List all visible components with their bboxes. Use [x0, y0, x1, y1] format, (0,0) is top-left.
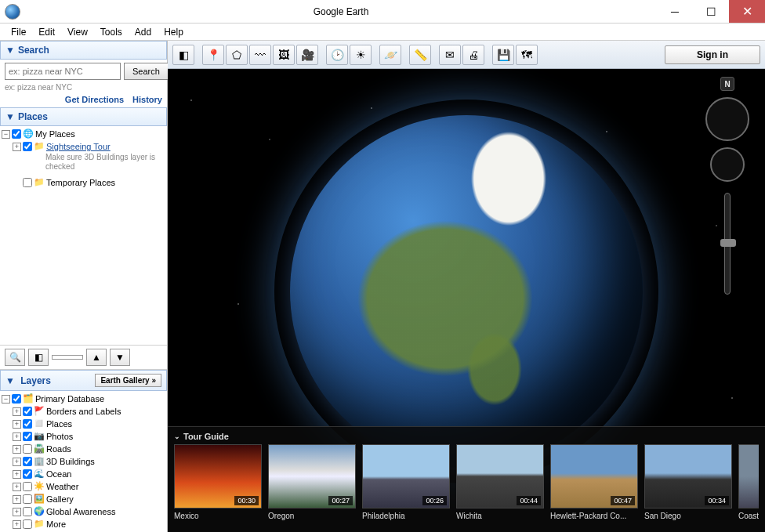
zoom-slider[interactable]: [724, 193, 731, 295]
tour-thumbnail: 00:44: [456, 444, 544, 508]
layers-header-label: Layers: [20, 375, 51, 386]
expander[interactable]: +: [13, 143, 21, 151]
expander[interactable]: +: [13, 520, 21, 529]
search-button[interactable]: Search: [124, 63, 169, 80]
minimize-button[interactable]: ─: [657, 0, 693, 23]
tour-item[interactable]: Coastal Pl: [738, 444, 759, 520]
ruler-button[interactable]: 📏: [409, 45, 431, 65]
expander[interactable]: +: [13, 458, 21, 466]
tour-item[interactable]: 00:30Mexico: [174, 444, 262, 520]
placemark-button[interactable]: 📍: [202, 45, 224, 65]
sunlight-button[interactable]: ☀: [350, 45, 372, 65]
layers-panel-header[interactable]: ▼ Layers Earth Gallery »: [0, 370, 167, 391]
tour-item[interactable]: 00:26Philadelphia: [362, 444, 450, 520]
layer-label[interactable]: More: [46, 519, 66, 529]
tour-guide-panel: ⌄ Tour Guide 00:30Mexico00:27Oregon00:26…: [168, 426, 765, 532]
menu-add[interactable]: Add: [129, 25, 158, 39]
compass-north[interactable]: N: [720, 77, 734, 91]
polygon-button[interactable]: ⬠: [226, 45, 248, 65]
view-maps-button[interactable]: 🗺: [516, 45, 538, 65]
checkbox-layer[interactable]: [23, 444, 32, 454]
search-input[interactable]: [5, 63, 121, 80]
expander[interactable]: +: [13, 470, 21, 479]
layer-label[interactable]: Gallery: [46, 494, 74, 504]
checkbox-layer[interactable]: [23, 469, 32, 479]
earth-globe[interactable]: [290, 115, 643, 468]
checkbox-primary-db[interactable]: [12, 394, 21, 404]
maximize-button[interactable]: ☐: [693, 0, 729, 23]
expander[interactable]: +: [13, 432, 21, 441]
layer-label[interactable]: Roads: [46, 444, 71, 454]
expander[interactable]: −: [2, 130, 10, 139]
expander[interactable]: +: [13, 445, 21, 454]
checkbox-layer[interactable]: [23, 407, 32, 416]
record-tour-button[interactable]: 🎥: [296, 45, 318, 65]
layer-label[interactable]: Photos: [46, 432, 73, 441]
tour-item[interactable]: 00:47Hewlett-Packard Co...: [550, 444, 638, 520]
close-button[interactable]: ✕: [729, 0, 765, 23]
layer-icon: ☀️: [34, 481, 45, 492]
expander[interactable]: −: [2, 395, 10, 404]
layer-label[interactable]: Global Awareness: [46, 507, 115, 516]
checkbox-layer[interactable]: [23, 482, 32, 491]
temporary-label[interactable]: Temporary Places: [46, 178, 115, 187]
checkbox-layer[interactable]: [23, 519, 32, 529]
checkbox-layer[interactable]: [23, 457, 32, 466]
expander[interactable]: +: [13, 420, 21, 429]
checkbox-layer[interactable]: [23, 494, 32, 504]
sightseeing-link[interactable]: Sightseeing Tour: [46, 142, 111, 151]
earth-gallery-button[interactable]: Earth Gallery »: [95, 374, 161, 387]
path-button[interactable]: 〰: [249, 45, 271, 65]
tour-guide-header[interactable]: ⌄ Tour Guide: [174, 430, 759, 444]
menu-help[interactable]: Help: [158, 25, 190, 39]
layer-label[interactable]: 3D Buildings: [46, 457, 95, 466]
search-places-button[interactable]: 🔍: [5, 349, 25, 366]
email-button[interactable]: ✉: [439, 45, 461, 65]
menu-file[interactable]: File: [5, 25, 32, 39]
tour-item[interactable]: 00:27Oregon: [268, 444, 356, 520]
signin-button[interactable]: Sign in: [665, 45, 760, 64]
checkbox-sightseeing[interactable]: [23, 142, 32, 151]
menu-view[interactable]: View: [61, 25, 94, 39]
places-panel-header[interactable]: ▼ Places: [0, 107, 167, 126]
get-directions-link[interactable]: Get Directions: [65, 95, 124, 104]
print-button[interactable]: 🖨: [462, 45, 484, 65]
menu-edit[interactable]: Edit: [32, 25, 61, 39]
checkbox-layer[interactable]: [23, 507, 32, 516]
opacity-slider[interactable]: [52, 355, 83, 360]
tour-item[interactable]: 00:44Wichita: [456, 444, 544, 520]
sidebar-toggle-button[interactable]: ◧: [172, 45, 194, 65]
history-button[interactable]: 🕑: [326, 45, 348, 65]
move-up-button[interactable]: ▲: [86, 349, 107, 366]
move-down-button[interactable]: ▼: [110, 349, 130, 366]
tour-thumbnail: 00:47: [550, 444, 638, 508]
primary-db-label[interactable]: Primary Database: [35, 394, 104, 404]
expander[interactable]: +: [13, 483, 21, 491]
checkbox-layer[interactable]: [23, 419, 32, 429]
image-overlay-button[interactable]: 🖼: [273, 45, 295, 65]
layer-label[interactable]: Weather: [46, 482, 78, 491]
history-link[interactable]: History: [132, 95, 162, 104]
search-panel-header[interactable]: ▼ Search: [0, 41, 167, 60]
checkbox-layer[interactable]: [23, 432, 32, 441]
database-icon: 🗂️: [23, 393, 34, 404]
myplaces-label[interactable]: My Places: [35, 129, 75, 139]
tour-item[interactable]: 00:34San Diego: [644, 444, 732, 520]
toggle-panel-button[interactable]: ◧: [28, 349, 49, 366]
menu-tools[interactable]: Tools: [94, 25, 129, 39]
layer-label[interactable]: Places: [46, 419, 72, 429]
folder-icon: 📁: [34, 141, 45, 152]
checkbox-temporary[interactable]: [23, 178, 32, 187]
move-joystick[interactable]: [710, 147, 745, 182]
layer-row: +◻️Places: [2, 418, 167, 430]
look-joystick[interactable]: [705, 97, 749, 141]
planets-button[interactable]: 🪐: [379, 45, 401, 65]
globe-viewport[interactable]: N ⌄ Tour Guide 00:30Mexico00:27Oregon00:…: [168, 69, 765, 532]
save-image-button[interactable]: 💾: [492, 45, 514, 65]
expander[interactable]: +: [13, 407, 21, 416]
expander[interactable]: +: [13, 508, 21, 516]
expander[interactable]: +: [13, 495, 21, 504]
layer-label[interactable]: Ocean: [46, 469, 71, 479]
layer-label[interactable]: Borders and Labels: [46, 407, 121, 416]
checkbox-myplaces[interactable]: [12, 129, 21, 139]
